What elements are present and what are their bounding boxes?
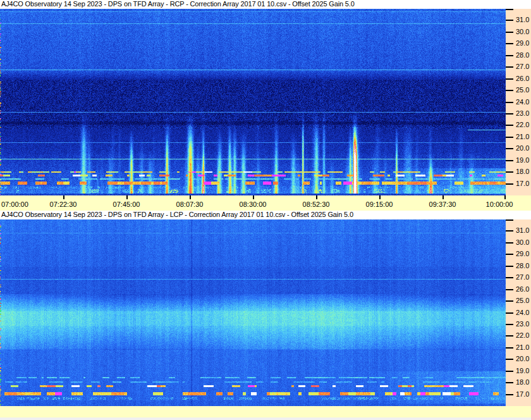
frequency-tick-label: 26.0 [516,285,529,293]
time-tick-label: 07:00:00 [1,201,28,209]
frequency-tick-label: 22.0 [516,331,529,340]
time-tick [190,195,191,199]
frequency-tick-label: 23.0 [516,109,529,118]
frequency-tick [506,78,513,80]
frequency-tick [506,171,513,173]
window-bottom-edge [0,417,531,420]
time-tick [253,195,254,199]
frequency-tick [506,335,513,337]
frequency-tick-label: 30.0 [516,28,529,36]
frequency-tick-label: 21.0 [516,133,529,141]
frequency-tick-label: 25.0 [516,297,529,305]
frequency-tick [506,277,513,278]
time-tick [63,195,64,199]
time-tick-label: 07:22:30 [50,201,77,209]
frequency-tick-label: 27.0 [516,63,529,71]
time-axis: 07:00:0007:22:3007:45:0008:07:3008:30:00… [0,195,531,211]
time-tick-label: 07:45:00 [113,201,140,209]
lcp-spectrogram [0,219,506,406]
frequency-tick-label: 24.0 [516,309,529,317]
time-tick [442,195,444,199]
rcp-frequency-axis: 31.030.029.028.027.026.025.024.023.022.0… [506,9,531,195]
frequency-tick-label: 27.0 [516,273,529,281]
frequency-tick [506,9,513,10]
frequency-tick [506,347,513,349]
time-tick-label: 09:15:00 [366,201,393,209]
frequency-tick [506,242,513,244]
lcp-frequency-axis: 31.030.029.028.027.026.025.024.023.022.0… [506,219,531,406]
frequency-tick [506,254,513,255]
frequency-tick [506,102,513,103]
frequency-tick [506,125,513,126]
frequency-tick-label: 21.0 [516,343,529,352]
frequency-tick [506,289,513,290]
frequency-tick-label: 22.0 [516,121,529,129]
time-tick [504,195,506,199]
frequency-tick [506,394,513,395]
rcp-panel-title: AJ4CO Observatory 14 Sep 2023 - DPS on T… [0,0,531,9]
frequency-tick-label: 26.0 [516,75,529,83]
frequency-tick-label: 25.0 [516,86,529,94]
frequency-tick [506,66,513,68]
frequency-tick-label: 29.0 [516,250,529,258]
frequency-tick [506,32,513,33]
time-axis-bottom [0,406,531,417]
frequency-tick [506,90,513,91]
time-tick-label: 08:52:30 [303,201,330,209]
radio-spectrograph-window: AJ4CO Observatory 14 Sep 2023 - DPS on T… [0,0,531,420]
time-tick [316,195,317,199]
time-tick-label: 08:30:00 [240,201,267,209]
frequency-tick-label: 19.0 [516,156,529,164]
frequency-tick [506,219,513,221]
frequency-tick-label: 28.0 [516,51,529,59]
frequency-tick-label: 18.0 [516,168,529,176]
frequency-tick [506,300,513,302]
frequency-tick [506,382,513,383]
frequency-tick [506,324,513,325]
frequency-tick-label: 17.0 [516,390,529,398]
frequency-tick-label: 28.0 [516,262,529,270]
time-tick-label: 08:07:30 [176,201,204,209]
frequency-tick [506,359,513,360]
frequency-tick [506,230,513,232]
frequency-tick-label: 24.0 [516,98,529,106]
frequency-tick [506,113,513,114]
frequency-tick [506,371,513,372]
time-tick [126,195,128,199]
frequency-tick-label: 23.0 [516,320,529,328]
frequency-tick [506,312,513,314]
frequency-tick [506,43,513,44]
frequency-tick [506,266,513,267]
frequency-tick [506,183,513,185]
time-tick-label: 09:37:30 [429,201,456,209]
frequency-tick [506,55,513,56]
rcp-spectrogram [0,9,506,195]
frequency-tick-label: 31.0 [516,226,529,235]
frequency-tick-label: 18.0 [516,378,529,386]
time-tick [379,195,381,199]
frequency-tick [506,137,513,138]
frequency-tick-label: 20.0 [516,144,529,152]
frequency-tick-label: 29.0 [516,39,529,47]
frequency-tick-label: 30.0 [516,238,529,247]
lcp-panel-title: AJ4CO Observatory 14 Sep 2023 - DPS on T… [0,211,531,219]
frequency-tick-label: 31.0 [516,16,529,24]
time-tick-label: 10:00:00 [486,201,513,209]
frequency-tick [506,148,513,149]
frequency-tick [506,20,513,21]
frequency-tick-label: 17.0 [516,180,529,188]
frequency-tick [506,160,513,161]
frequency-tick-label: 20.0 [516,355,529,363]
frequency-tick-label: 19.0 [516,367,529,375]
